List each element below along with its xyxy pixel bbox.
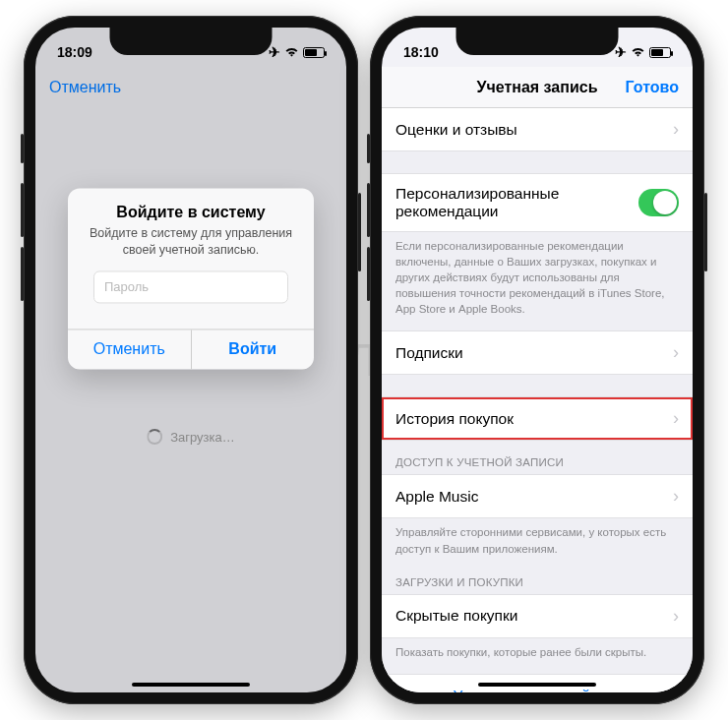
cell-purchase-history[interactable]: История покупок › (382, 396, 693, 441)
airplane-icon: ✈︎ (615, 44, 627, 60)
footer-hidden: Показать покупки, которые ранее были скр… (382, 638, 693, 674)
alert-title: Войдите в систему (84, 204, 298, 221)
phone-right: 18:10 ✈︎ Учетная запись Готово Оценки и … (370, 16, 704, 704)
phone-left: 18:09 ✈︎ Отменить Войдите в систему Войд… (24, 16, 358, 704)
chevron-right-icon: › (673, 486, 679, 507)
cell-apple-music[interactable]: Apple Music › (382, 474, 693, 518)
section-header-access: ДОСТУП К УЧЕТНОЙ ЗАПИСИ (382, 441, 693, 474)
footer-apple-music: Управляйте сторонними сервисами, у котор… (382, 518, 693, 570)
notch (456, 28, 619, 55)
settings-list[interactable]: Оценки и отзывы › Персонализированные ре… (382, 108, 693, 692)
chevron-right-icon: › (673, 342, 679, 363)
password-field[interactable]: Пароль (93, 270, 288, 303)
cell-label: История покупок (395, 410, 514, 428)
alert-message: Войдите в систему для управления своей у… (84, 225, 298, 259)
alert-signin-button[interactable]: Войти (192, 330, 315, 369)
footer-personalized: Если персонализированные рекомендации вк… (382, 232, 693, 330)
status-time: 18:09 (57, 44, 92, 60)
alert-cancel-button[interactable]: Отменить (68, 330, 192, 369)
battery-icon (303, 47, 325, 58)
wifi-icon (284, 47, 299, 58)
cell-label: Скрытые покупки (395, 607, 517, 625)
nav-bar: Учетная запись Готово (382, 67, 693, 108)
done-button[interactable]: Готово (626, 79, 679, 96)
notch (110, 28, 273, 55)
loading-text: Загрузка… (170, 430, 235, 445)
cell-label: Оценки и отзывы (395, 121, 517, 139)
cell-subscriptions[interactable]: Подписки › (382, 330, 693, 375)
cell-label: Персонализированные рекомендации (395, 185, 638, 220)
home-indicator[interactable] (478, 683, 596, 687)
section-header-downloads: ЗАГРУЗКИ И ПОКУПКИ (382, 570, 693, 594)
status-time: 18:10 (403, 44, 439, 60)
airplane-icon: ✈︎ (269, 44, 280, 60)
cell-hidden-purchases[interactable]: Скрытые покупки › (382, 594, 693, 638)
cell-ratings-reviews[interactable]: Оценки и отзывы › (382, 108, 693, 151)
battery-icon (649, 47, 671, 58)
toggle-personalized[interactable] (638, 189, 679, 216)
chevron-right-icon: › (673, 408, 679, 429)
spinner-icon (147, 429, 162, 445)
wifi-icon (631, 47, 645, 58)
cell-personalized-recs[interactable]: Персонализированные рекомендации (382, 173, 693, 232)
cell-label: Apple Music (395, 488, 478, 506)
signin-alert: Войдите в систему Войдите в систему для … (68, 188, 314, 369)
cell-label: Подписки (395, 344, 463, 362)
chevron-right-icon: › (673, 606, 679, 627)
chevron-right-icon: › (673, 119, 679, 140)
loading-indicator: Загрузка… (147, 429, 235, 445)
